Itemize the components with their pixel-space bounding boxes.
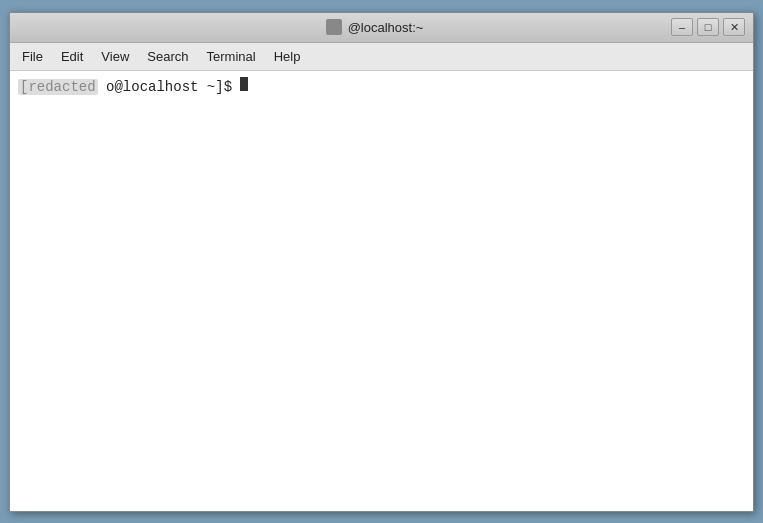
terminal-window: @localhost:~ – □ ✕ File Edit View Search… <box>9 12 754 512</box>
prompt-host: o@localhost ~]$ <box>98 79 241 95</box>
minimize-button[interactable]: – <box>671 18 693 36</box>
menu-bar: File Edit View Search Terminal Help <box>10 43 753 71</box>
menu-edit[interactable]: Edit <box>53 46 91 67</box>
prompt-user: [redacted <box>18 79 98 95</box>
title-bar: @localhost:~ – □ ✕ <box>10 13 753 43</box>
close-button[interactable]: ✕ <box>723 18 745 36</box>
cursor <box>240 77 248 91</box>
terminal-body[interactable]: [redacted o@localhost ~]$ <box>10 71 753 511</box>
title-bar-center: @localhost:~ <box>326 19 424 35</box>
menu-search[interactable]: Search <box>139 46 196 67</box>
menu-file[interactable]: File <box>14 46 51 67</box>
prompt-line: [redacted o@localhost ~]$ <box>18 77 745 95</box>
menu-terminal[interactable]: Terminal <box>199 46 264 67</box>
window-title: @localhost:~ <box>348 20 424 35</box>
menu-help[interactable]: Help <box>266 46 309 67</box>
terminal-icon <box>326 19 342 35</box>
maximize-button[interactable]: □ <box>697 18 719 36</box>
title-bar-controls: – □ ✕ <box>671 18 745 36</box>
menu-view[interactable]: View <box>93 46 137 67</box>
